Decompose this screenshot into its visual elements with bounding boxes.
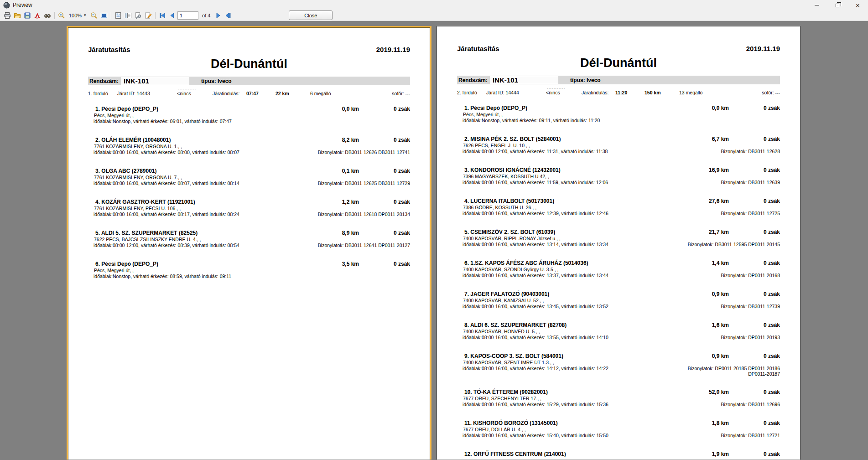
page-2[interactable]: Járatutasítás 2019.11.19 Dél-Dunántúl Re… bbox=[437, 26, 800, 460]
stop-bags: 0 zsák bbox=[729, 136, 780, 142]
pdf-icon bbox=[34, 12, 41, 19]
stop-count: 13 megálló bbox=[679, 90, 762, 95]
page-setup-button[interactable] bbox=[133, 11, 143, 20]
zoom-level-select[interactable]: 100% ▼ bbox=[67, 13, 89, 18]
vehicle-type: típus: Iveco bbox=[570, 77, 601, 83]
stop-documents: Bizonylatok: DB3011-12739 bbox=[721, 304, 780, 309]
stop-name: 12. ORFŰ FITNESS CENTRUM (214001) bbox=[457, 450, 683, 458]
stop-address: 7400 KAPOSVÁR, KANIZSAI U. 52., , bbox=[457, 298, 780, 304]
edit-page-button[interactable] bbox=[143, 11, 153, 20]
stop-time-window: időablak:08:00-16:00, várható érkezés: 0… bbox=[88, 212, 318, 217]
trip-round: 1. forduló bbox=[88, 91, 117, 96]
stops-list: 1. Pécsi Depó (DEPO_P) 0,0 km 0 zsák Péc… bbox=[457, 104, 780, 458]
thumbnails-button[interactable] bbox=[113, 11, 123, 20]
stop-time-window: időablak:08:00-16:00, várható érkezés: 0… bbox=[88, 181, 318, 186]
stop-address: 7400 KAPOSVÁR, HONVÉD U. 5., , bbox=[457, 329, 780, 335]
zoom-out-button[interactable] bbox=[89, 11, 99, 20]
stop-bags: 0 zsák bbox=[729, 105, 780, 111]
stop-bags: 0 zsák bbox=[729, 451, 780, 457]
page-1[interactable]: Járatutasítás 2019.11.19 Dél-Dunántúl Re… bbox=[67, 26, 431, 460]
page-number-input[interactable] bbox=[177, 11, 198, 20]
close-icon: × bbox=[856, 2, 860, 9]
stop-documents: Bizonylatok: DP0011-20168 bbox=[721, 273, 780, 278]
export-pdf-button[interactable] bbox=[32, 11, 42, 20]
outline-button[interactable] bbox=[123, 11, 133, 20]
stop-name: 2. OLÁH ELEMÉR (10048001) bbox=[88, 136, 313, 144]
stop-name: 6. 1.SZ. KAPOS ÁFÉSZ ABC ÁRUHÁZ (5014036… bbox=[457, 259, 683, 267]
window-title: Preview bbox=[13, 2, 806, 8]
plate-value: INK-101 bbox=[490, 76, 558, 84]
stop-bags: 0 zsák bbox=[729, 420, 780, 426]
open-button[interactable] bbox=[12, 11, 22, 20]
stop-address: 7400 KAPOSVÁR, RIPPL-RÓNAY József u., , bbox=[457, 236, 780, 242]
stop-name: 5. CSEMISZÖV 2. SZ. BOLT (61039) bbox=[457, 228, 683, 236]
stop-address: 7386 GÖDRE, KOSSUTH U. 26., , bbox=[457, 205, 780, 211]
print-button[interactable] bbox=[2, 11, 12, 20]
stop-time-window: időablak:08:00-12:00, várható érkezés: 0… bbox=[88, 243, 318, 248]
stop-bags: 0 zsák bbox=[359, 106, 410, 112]
app-icon bbox=[3, 2, 10, 9]
stop-distance: 1,2 km bbox=[313, 199, 359, 205]
stop-row: 11. KISHORDÓ BOROZÓ (13145001) 1,8 km 0 … bbox=[457, 419, 780, 439]
stop-row: 8. ALDI 6. SZ. SZUPERMARKET (82708) 1,6 … bbox=[457, 321, 780, 341]
stop-time-window: időablak:08:00-16:00, várható érkezés: 1… bbox=[457, 366, 674, 372]
clipped-text: ----------- bbox=[547, 87, 565, 89]
toolbar-separator bbox=[111, 12, 111, 19]
stop-name: 5. ALDI 5. SZ. SZUPERMARKET (82525) bbox=[88, 229, 313, 237]
close-preview-button[interactable]: Close bbox=[289, 10, 333, 20]
stop-name: 4. KOZÁR GASZTRO-KERT (11921001) bbox=[88, 198, 313, 206]
minimize-icon bbox=[815, 5, 819, 5]
report-title: Járatutasítás bbox=[88, 46, 130, 53]
trip-round: 2. forduló bbox=[457, 90, 486, 95]
minimize-button[interactable] bbox=[806, 0, 827, 10]
driver: sofőr: --- bbox=[762, 90, 780, 95]
outline-icon bbox=[125, 12, 132, 19]
schedule-cell: -----------<nincs bbox=[546, 90, 582, 95]
find-button[interactable] bbox=[42, 11, 52, 20]
stop-bags: 0 zsák bbox=[359, 168, 410, 174]
stop-row: 1. Pécsi Depó (DEPO_P) 0,0 km 0 zsák Péc… bbox=[88, 105, 410, 124]
stop-distance: 0,9 km bbox=[683, 353, 729, 359]
last-page-button[interactable] bbox=[223, 11, 233, 20]
vehicle-type: típus: Iveco bbox=[201, 78, 232, 84]
stop-address: Pécs, Megyeri út, , bbox=[88, 113, 410, 119]
stop-address: 7400 KAPOSVÁR, SZONDI György U. 3-5., , bbox=[457, 267, 780, 273]
save-button[interactable] bbox=[22, 11, 32, 20]
stop-documents: Bizonylatok: DB3011-12625 DB3011-12729 bbox=[318, 181, 410, 186]
stop-time-window: időablak:Nonstop, várható érkezés: 09:11… bbox=[457, 118, 780, 124]
stop-documents: Bizonylatok: DB3011-12639 bbox=[721, 180, 780, 185]
stop-count: 6 megálló bbox=[310, 91, 392, 96]
stop-address: 7400 KAPOSVÁR, SZENT IMRE ÚT 1-3., , bbox=[457, 360, 780, 366]
region-title: Dél-Dunántúl bbox=[457, 56, 780, 70]
first-page-button[interactable] bbox=[157, 11, 167, 20]
whole-page-button[interactable] bbox=[99, 11, 109, 20]
next-page-button[interactable] bbox=[213, 11, 223, 20]
zoom-in-button[interactable] bbox=[57, 11, 67, 20]
stop-address: 7622 PÉCS, BAJCSI-ZSILINSZKY ENDRE U. 4.… bbox=[88, 237, 410, 243]
stop-bags: 0 zsák bbox=[359, 230, 410, 236]
departure-label: Járatindulás: bbox=[213, 91, 246, 96]
close-window-button[interactable]: × bbox=[847, 0, 868, 10]
stop-name: 6. Pécsi Depó (DEPO_P) bbox=[88, 260, 313, 268]
stop-address: 7761 KOZÁRMISLENY, PÉCSI U. 106., , bbox=[88, 206, 410, 212]
stop-name: 11. KISHORDÓ BOROZÓ (13145001) bbox=[457, 419, 683, 427]
stop-address: 7626 PÉCS, ENGEL J. U. 10., , bbox=[457, 143, 780, 149]
preview-area: Járatutasítás 2019.11.19 Dél-Dunántúl Re… bbox=[0, 21, 868, 460]
maximize-button[interactable] bbox=[827, 0, 847, 10]
stop-bags: 0 zsák bbox=[359, 137, 410, 143]
stop-address: 7761 KOZÁRMISLENY, ORGONA U. 1., , bbox=[88, 144, 410, 150]
stop-distance: 21,7 km bbox=[683, 229, 729, 235]
prev-page-button[interactable] bbox=[167, 11, 177, 20]
stop-time-window: időablak:08:00-16:00, várható érkezés: 0… bbox=[88, 150, 318, 155]
stop-bags: 0 zsák bbox=[729, 260, 780, 266]
stop-row: 6. 1.SZ. KAPOS ÁFÉSZ ABC ÁRUHÁZ (5014036… bbox=[457, 259, 780, 279]
stop-row: 9. KAPOS-COOP 3. SZ. BOLT (584001) 0,9 k… bbox=[457, 352, 780, 377]
stop-row: 7. JAGER FALATOZÓ (90403001) 0,9 km 0 zs… bbox=[457, 290, 780, 310]
find-icon bbox=[44, 12, 51, 19]
stop-address: 7677 ORFŰ, SZÉCHENYI TÉR 17., , bbox=[457, 396, 780, 402]
stop-time-window: időablak:Nonstop, várható érkezés: 06:01… bbox=[88, 119, 410, 124]
zoom-out-icon bbox=[90, 12, 98, 19]
route-id: Járat ID: 14444 bbox=[486, 90, 546, 95]
page-count-label: of 4 bbox=[202, 13, 210, 18]
toolbar-separator bbox=[54, 12, 55, 19]
